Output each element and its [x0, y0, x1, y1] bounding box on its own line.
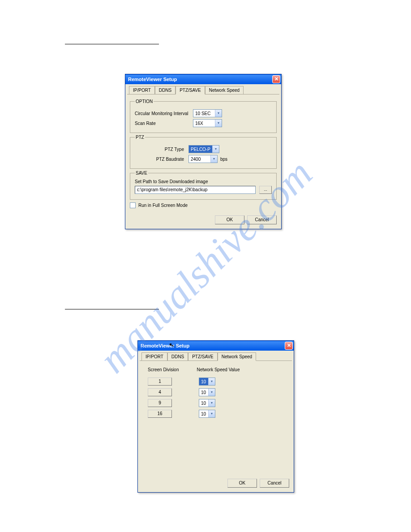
section-divider — [65, 44, 159, 44]
option-legend: OPTION — [135, 99, 154, 104]
titlebar[interactable]: RemoteViewer Setup ✕ — [125, 74, 281, 84]
section-divider — [65, 309, 159, 309]
dialog-title: RemoteViewer Setup — [141, 343, 189, 348]
dialog-content: Screen Division Network Speed Value 1 10… — [138, 361, 294, 425]
dialog-title: RemoteViewer Setup — [128, 77, 177, 82]
scan-rate-select[interactable]: 16X ▾ — [193, 119, 222, 127]
ptz-group: PTZ PTZ Type PELCO-P ▾ PTZ Baudrate 2400… — [130, 135, 277, 169]
close-icon[interactable]: ✕ — [285, 342, 293, 350]
save-group: SAVE Set Path to Save Downloaded image c… — [130, 171, 277, 200]
tab-networkspeed[interactable]: Network Speed — [218, 352, 256, 361]
speed-select-1[interactable]: 10 ▾ — [199, 378, 215, 386]
ptz-legend: PTZ — [135, 135, 145, 140]
network-speed-value-header: Network Speed Value — [197, 367, 240, 372]
speed-rows: 1 10 ▾ 4 10 ▾ 9 10 ▾ — [142, 372, 289, 418]
ptz-type-select[interactable]: PELCO-P ▾ — [188, 145, 219, 153]
save-legend: SAVE — [135, 171, 148, 176]
chevron-down-icon: ▾ — [208, 378, 215, 385]
ptz-baudrate-select[interactable]: 2400 ▾ — [188, 155, 218, 163]
dialog-content: OPTION Circular Monitoring Interval 10 S… — [125, 94, 281, 213]
chevron-down-icon: ▾ — [208, 399, 215, 407]
chevron-down-icon: ▾ — [215, 120, 222, 127]
screen-division-9[interactable]: 9 — [148, 399, 172, 407]
option-group: OPTION Circular Monitoring Interval 10 S… — [130, 99, 277, 133]
speed-row: 1 10 ▾ — [148, 378, 284, 386]
tab-ptzsave[interactable]: PTZ/SAVE — [176, 86, 205, 94]
fullscreen-checkbox[interactable] — [130, 202, 136, 208]
tab-row: IP/PORT DDNS PTZ/SAVE Network Speed — [140, 351, 292, 361]
remoteviewer-setup-dialog-networkspeed: RemoteViewer Setup ↖ ✕ IP/PORT DDNS PTZ/… — [137, 340, 294, 493]
screen-division-1[interactable]: 1 — [148, 378, 172, 386]
circular-monitoring-select[interactable]: 10 SEC ▾ — [193, 109, 222, 117]
titlebar[interactable]: RemoteViewer Setup ↖ ✕ — [138, 341, 294, 351]
cancel-button[interactable]: Cancel — [247, 215, 277, 224]
button-bar: OK Cancel — [125, 213, 281, 229]
ok-button[interactable]: OK — [227, 479, 257, 488]
tab-ipport[interactable]: IP/PORT — [141, 352, 167, 360]
scan-rate-label: Scan Rate — [135, 121, 193, 126]
screen-division-16[interactable]: 16 — [148, 410, 172, 418]
browse-button[interactable]: ... — [259, 186, 272, 194]
save-path-label: Set Path to Save Downloaded image — [135, 179, 272, 184]
ptz-baudrate-label: PTZ Baudrate — [135, 157, 188, 162]
close-icon[interactable]: ✕ — [272, 75, 280, 83]
fullscreen-checkbox-row[interactable]: Run in Full Screen Mode — [130, 202, 277, 208]
screen-division-header: Screen Division — [148, 367, 179, 372]
chevron-down-icon: ▾ — [212, 146, 219, 153]
tab-row: IP/PORT DDNS PTZ/SAVE Network Speed — [127, 84, 279, 94]
tab-ddns[interactable]: DDNS — [155, 86, 176, 94]
tab-networkspeed[interactable]: Network Speed — [205, 86, 244, 94]
ok-button[interactable]: OK — [215, 215, 244, 224]
fullscreen-label: Run in Full Screen Mode — [138, 203, 188, 208]
speed-row: 9 10 ▾ — [148, 399, 284, 407]
column-headers: Screen Division Network Speed Value — [142, 364, 289, 372]
button-bar: OK Cancel — [223, 476, 294, 492]
tab-ddns[interactable]: DDNS — [167, 352, 188, 360]
speed-row: 16 10 ▾ — [148, 410, 284, 418]
screen-division-4[interactable]: 4 — [148, 388, 172, 396]
cancel-button[interactable]: Cancel — [260, 479, 289, 488]
ptz-type-label: PTZ Type — [135, 147, 188, 152]
circular-monitoring-label: Circular Monitoring Interval — [135, 111, 193, 116]
chevron-down-icon: ▾ — [215, 110, 222, 117]
remoteviewer-setup-dialog-ptzsave: RemoteViewer Setup ✕ IP/PORT DDNS PTZ/SA… — [125, 74, 282, 229]
speed-select-9[interactable]: 10 ▾ — [199, 399, 215, 407]
bps-label: bps — [220, 157, 227, 162]
speed-row: 4 10 ▾ — [148, 388, 284, 396]
chevron-down-icon: ▾ — [208, 389, 215, 396]
speed-select-4[interactable]: 10 ▾ — [199, 388, 215, 396]
tab-ptzsave[interactable]: PTZ/SAVE — [188, 352, 218, 360]
speed-select-16[interactable]: 10 ▾ — [199, 410, 215, 418]
chevron-down-icon: ▾ — [208, 410, 215, 417]
save-path-input[interactable]: c:\program files\remote_j2K\backup — [135, 186, 256, 194]
tab-ipport[interactable]: IP/PORT — [129, 86, 155, 94]
chevron-down-icon: ▾ — [210, 155, 217, 163]
